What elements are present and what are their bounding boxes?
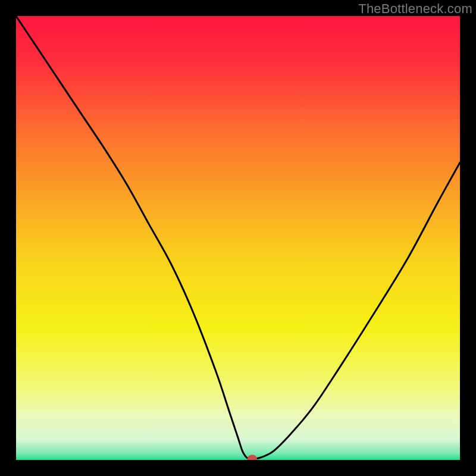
chart-frame: TheBottleneck.com	[0, 0, 476, 476]
chart-svg	[16, 16, 460, 460]
plot-area	[16, 16, 460, 460]
watermark-text: TheBottleneck.com	[358, 1, 472, 17]
gradient-background	[16, 16, 460, 460]
